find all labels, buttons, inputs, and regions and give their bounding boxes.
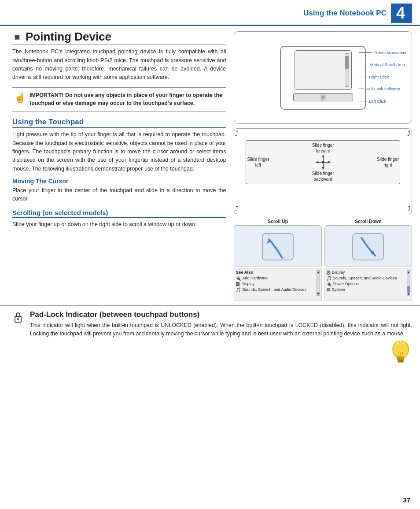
important-text: IMPORTANT! Do not use any objects in pla… — [29, 91, 224, 108]
cursor-br-icon: ⤴ — [407, 205, 411, 213]
page-header: Using the Notebook PC 4 — [0, 0, 420, 26]
scroll-diagrams: Scroll Up Scroll Down — [234, 219, 412, 267]
sound-icon2: 🎵 — [326, 276, 332, 281]
padlock-icon — [13, 311, 23, 323]
slide-right-label: Slide fingerright — [377, 156, 399, 168]
cursor-tr-icon: ⤴ — [407, 130, 411, 137]
svg-point-15 — [393, 341, 409, 358]
scroll-section: Scroll Up Scroll Down — [234, 219, 412, 301]
power-icon: 🔌 — [326, 282, 332, 286]
using-touchpad-body: Light pressure with the tip of your fing… — [12, 130, 226, 173]
scrolling-body: Slide your finger up or down on the righ… — [12, 220, 226, 229]
slide-backward-label: Slide fingerbackward — [312, 171, 334, 182]
scroll-up-half: Scroll Up — [234, 219, 321, 267]
win-ss-right-item4-label: System — [332, 287, 345, 292]
svg-point-8 — [322, 161, 324, 163]
cursor-tl-icon: ⤴ — [235, 130, 239, 137]
win-ss-left-item3: 🎵 Sounds, Speech, and Audio Devices — [236, 287, 315, 293]
svg-rect-16 — [397, 357, 404, 359]
cursor-bl-icon: ⤴ — [235, 205, 239, 213]
touchpad-diagram: Cursor Movement Vertical Scroll Area Rig… — [234, 31, 412, 124]
scroll-down-icon — [350, 231, 386, 264]
win-ss-right-item1-label: Display — [332, 270, 345, 275]
display-icon1: 🖼 — [236, 282, 240, 286]
scroll-down-label: Scroll Down — [324, 219, 412, 224]
scroll-up-box — [234, 225, 321, 267]
scroll-down-box — [324, 225, 412, 267]
svg-point-14 — [17, 318, 19, 320]
slide-inner: Slide fingerforward Slide fingerbackward… — [246, 140, 400, 184]
svg-rect-18 — [398, 360, 403, 362]
svg-rect-9 — [262, 234, 293, 260]
win-screenshot-right: 🖼 Display 🎵 Sounds, Speech, and Audio De… — [324, 268, 412, 301]
win-ss-right-item3-label: Power Options — [333, 282, 359, 286]
win-ss-left-item2-label: Display — [241, 282, 254, 286]
vertical-scroll-label: Vertical Scroll Area — [359, 62, 407, 67]
svg-rect-17 — [398, 359, 404, 360]
win-ss-right-item2-label: Sounds, Speech, and Audio Devices — [333, 276, 397, 280]
page-number: 37 — [403, 496, 410, 504]
win-ss-right-item4: 🖥 System — [326, 287, 406, 293]
cursor-movement-label: Cursor Movement — [359, 50, 407, 55]
right-click-label: Right Click — [359, 74, 407, 79]
scroll-up-icon — [260, 231, 295, 264]
right-column: Cursor Movement Vertical Scroll Area Rig… — [234, 30, 412, 301]
direction-arrows-icon — [314, 153, 332, 171]
pointing-device-icon: ■ — [12, 31, 22, 43]
win-ss-left-item1: 🔌 Add Hardware — [236, 275, 315, 281]
padlock-content: Pad-Lock Indicator (between touchpad but… — [30, 310, 412, 369]
using-touchpad-heading: Using the Touchpad — [12, 118, 226, 128]
scroll-down-half: Scroll Down — [324, 219, 412, 267]
scroll-up-label: Scroll Up — [234, 219, 321, 224]
pointing-device-section-title: ■ Pointing Device — [12, 30, 226, 45]
pointing-device-heading: Pointing Device — [26, 30, 111, 43]
win-ss-right-item1: 🖼 Display — [326, 270, 406, 275]
win-ss-left-item1-label: Add Hardware — [242, 276, 268, 280]
win-ss-right-item2: 🎵 Sounds, Speech, and Audio Devices — [326, 275, 406, 281]
scrolling-heading: Scrolling (on selected models) — [12, 209, 226, 218]
win-ss-left-title: See Also — [236, 270, 315, 275]
moving-cursor-heading: Moving The Cursor — [12, 178, 226, 185]
slide-left-label: Slide fingerleft — [247, 156, 269, 168]
pad-lock-label: Pad-Lock Indicator — [359, 86, 407, 91]
system-icon: 🖥 — [326, 287, 331, 292]
left-column: ■ Pointing Device The Notebook PC's inte… — [12, 30, 226, 301]
pointing-device-body: The Notebook PC's integrated touchpad po… — [12, 48, 226, 82]
main-content: ■ Pointing Device The Notebook PC's inte… — [0, 26, 420, 305]
win-ss-right-item3: 🔌 Power Options — [326, 281, 406, 287]
hand-icon: ☝ — [14, 92, 26, 104]
left-click-label: Left Click — [359, 99, 407, 104]
win-ss-left-item3-label: Sounds, Speech, and Audio Devices — [242, 287, 306, 292]
win-ss-left-scrollbar: ▲ ▼ — [317, 270, 320, 296]
sound-icon1: 🎵 — [236, 287, 241, 292]
display-icon2: 🖼 — [326, 270, 331, 275]
slide-forward-label: Slide fingerforward — [312, 142, 334, 154]
slide-diagram: ⤴ ⤴ ⤴ ⤴ Slide fingerforward Slide finger… — [234, 128, 412, 214]
lightbulb-icon — [389, 339, 412, 369]
important-box: ☝ IMPORTANT! Do not use any objects in p… — [12, 87, 226, 112]
windows-screenshots: See Also 🔌 Add Hardware 🖼 Display 🎵 — [234, 268, 412, 301]
padlock-body: This indicator will light when the built… — [30, 321, 412, 338]
chapter-number: 4 — [391, 4, 412, 23]
header-title: Using the Notebook PC — [303, 9, 387, 18]
padlock-body-text: This indicator will light when the built… — [30, 322, 412, 337]
win-screenshot-left: See Also 🔌 Add Hardware 🖼 Display 🎵 — [234, 268, 321, 301]
hardware-icon: 🔌 — [236, 276, 241, 281]
moving-cursor-body: Place your finger in the center of the t… — [12, 186, 226, 204]
padlock-section: Pad-Lock Indicator (between touchpad but… — [0, 305, 420, 374]
win-ss-right-scrollbar: ▲ ▼ — [407, 270, 410, 296]
win-ss-left-item2: 🖼 Display — [236, 281, 315, 287]
padlock-icon-col — [12, 310, 24, 323]
padlock-heading: Pad-Lock Indicator (between touchpad but… — [30, 310, 199, 319]
